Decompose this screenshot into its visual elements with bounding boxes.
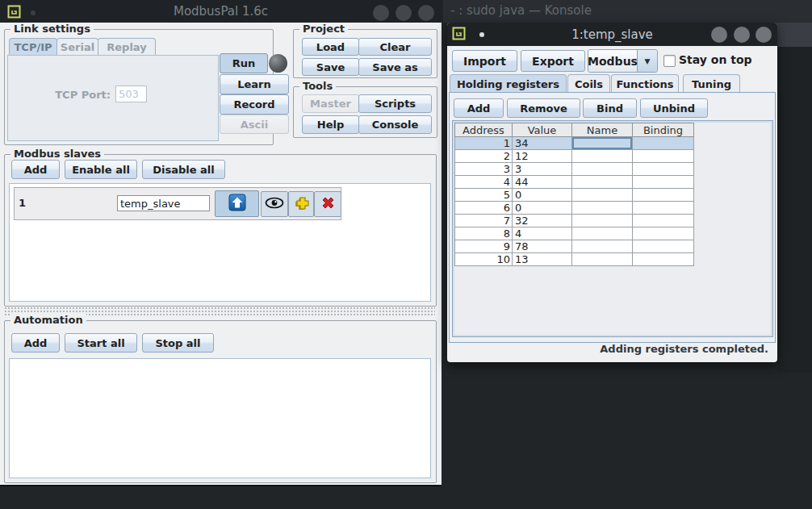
table-row[interactable]: 444 (454, 176, 694, 189)
table-row[interactable]: 212 (454, 150, 694, 163)
table-cell[interactable]: 78 (513, 240, 572, 253)
table-cell[interactable]: 9 (454, 240, 513, 253)
slave-duplicate-button[interactable] (288, 191, 314, 217)
minimize-button[interactable] (711, 27, 727, 43)
table-cell[interactable]: 44 (513, 176, 572, 189)
table-cell[interactable] (633, 240, 694, 253)
status-bar: Adding registers completed. (452, 343, 768, 355)
table-cell[interactable]: 2 (454, 150, 513, 163)
run-button[interactable]: Run (220, 53, 268, 73)
table-cell[interactable]: 8 (454, 227, 513, 240)
tab-tcpip[interactable]: TCP/IP (9, 38, 57, 56)
register-bind-button[interactable]: Bind (583, 98, 637, 118)
temp-slave-titlebar[interactable]: 1:temp_slave (447, 23, 777, 46)
slave-delete-button[interactable] (314, 191, 341, 217)
table-row[interactable]: 60 (454, 202, 694, 215)
table-cell[interactable] (572, 253, 633, 266)
table-cell[interactable] (572, 227, 633, 240)
table-cell[interactable]: 3 (454, 163, 513, 176)
maximize-button[interactable] (396, 5, 412, 21)
table-row[interactable]: 84 (454, 227, 694, 240)
modbuspal-titlebar[interactable]: ModbusPal 1.6c (0, 0, 442, 23)
save-as-button[interactable]: Save as (358, 58, 432, 76)
tab-functions[interactable]: Functions (611, 74, 679, 93)
table-row[interactable]: 134 (454, 137, 694, 150)
table-cell[interactable]: 5 (454, 189, 513, 202)
learn-button[interactable]: Learn (220, 74, 289, 94)
automation-add-button[interactable]: Add (11, 333, 60, 353)
stay-on-top-checkbox[interactable] (663, 55, 676, 67)
table-cell[interactable]: 4 (513, 227, 572, 240)
load-button[interactable]: Load (302, 38, 359, 56)
stop-all-button[interactable]: Stop all (142, 333, 214, 353)
table-cell[interactable]: 1 (454, 137, 513, 150)
table-cell[interactable]: 34 (513, 137, 572, 150)
modbus-dropdown[interactable]: Modbus ▼ (588, 49, 658, 73)
table-cell[interactable]: 12 (513, 150, 572, 163)
table-cell[interactable] (572, 215, 633, 227)
table-cell[interactable] (633, 163, 694, 176)
minimize-button[interactable] (373, 5, 389, 21)
stay-on-top-label[interactable]: Stay on top (679, 53, 752, 66)
start-all-button[interactable]: Start all (65, 333, 137, 353)
slave-add-button[interactable]: Add (11, 160, 60, 179)
register-remove-button[interactable]: Remove (507, 98, 580, 118)
table-cell[interactable] (633, 189, 694, 202)
table-cell[interactable] (572, 150, 633, 163)
close-button[interactable] (418, 5, 434, 21)
slave-watch-button[interactable] (261, 191, 288, 217)
record-button[interactable]: Record (220, 94, 289, 115)
register-table-header: Address Value Name Binding (454, 123, 694, 137)
table-cell[interactable]: 0 (513, 202, 572, 215)
table-cell[interactable] (633, 227, 694, 240)
scripts-button[interactable]: Scripts (358, 94, 432, 113)
table-cell[interactable]: 7 (454, 215, 513, 227)
table-row[interactable]: 732 (454, 215, 694, 227)
console-button[interactable]: Console (358, 115, 432, 134)
table-cell[interactable]: 10 (454, 253, 513, 266)
clear-button[interactable]: Clear (358, 38, 432, 56)
register-table-scrollpane[interactable]: Address Value Name Binding 1342123344450… (452, 120, 773, 337)
dropdown-arrow-button[interactable]: ▼ (638, 50, 657, 72)
tab-tuning[interactable]: Tuning (683, 74, 740, 93)
export-button[interactable]: Export (521, 50, 585, 72)
slave-enabled-toggle[interactable] (215, 190, 259, 217)
table-cell[interactable] (572, 176, 633, 189)
table-cell[interactable] (572, 202, 633, 215)
tab-holding-registers[interactable]: Holding registers (450, 74, 567, 93)
tcp-port-field[interactable] (115, 86, 147, 102)
table-row[interactable]: 33 (454, 163, 694, 176)
tab-coils[interactable]: Coils (567, 74, 610, 93)
table-cell[interactable]: 32 (513, 215, 572, 227)
table-cell[interactable] (633, 215, 694, 227)
table-cell[interactable] (572, 240, 633, 253)
table-row[interactable]: 978 (454, 240, 694, 253)
table-cell[interactable] (572, 189, 633, 202)
table-cell[interactable] (633, 150, 694, 163)
help-button[interactable]: Help (302, 115, 359, 134)
table-cell[interactable] (633, 176, 694, 189)
table-row[interactable]: 50 (454, 189, 694, 202)
tab-replay[interactable]: Replay (98, 38, 156, 56)
register-add-button[interactable]: Add (454, 98, 504, 118)
register-unbind-button[interactable]: Unbind (640, 98, 708, 118)
maximize-button[interactable] (734, 27, 750, 43)
table-cell[interactable] (572, 163, 633, 176)
table-cell[interactable]: 0 (513, 189, 572, 202)
table-cell[interactable]: 3 (513, 163, 572, 176)
table-cell[interactable] (633, 137, 694, 150)
enable-all-button[interactable]: Enable all (65, 160, 137, 179)
table-row[interactable]: 1013 (454, 253, 694, 266)
save-button[interactable]: Save (302, 58, 359, 76)
table-cell[interactable]: 6 (454, 202, 513, 215)
table-cell[interactable] (633, 202, 694, 215)
import-button[interactable]: Import (452, 50, 517, 72)
tab-serial[interactable]: Serial (57, 38, 98, 56)
table-cell[interactable]: 4 (454, 176, 513, 189)
close-button[interactable] (755, 27, 772, 43)
disable-all-button[interactable]: Disable all (142, 160, 225, 179)
table-cell[interactable]: 13 (513, 253, 572, 266)
table-cell[interactable] (633, 253, 694, 266)
table-cell[interactable] (572, 137, 633, 150)
slave-name-field[interactable] (117, 195, 210, 211)
